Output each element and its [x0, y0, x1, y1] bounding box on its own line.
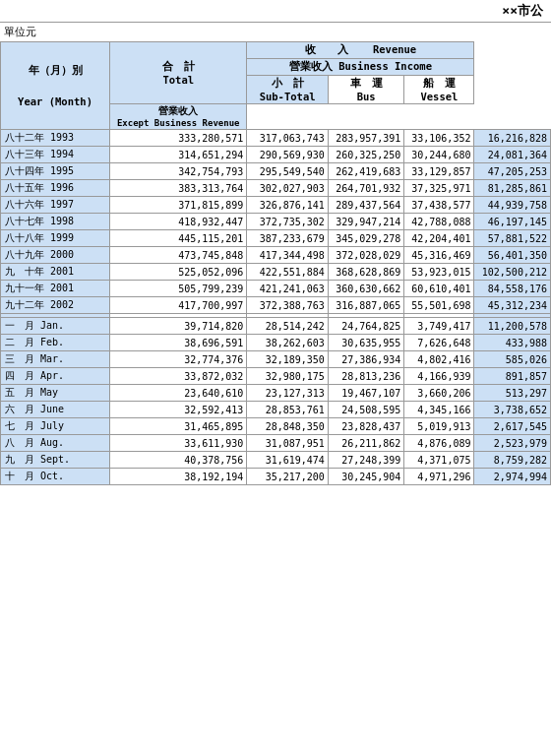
data-cell: 40,378,756 [110, 452, 247, 469]
data-cell: 53,923,015 [404, 264, 474, 281]
year-cell: 八 月 Aug. [1, 435, 110, 452]
data-cell: 302,027,903 [247, 180, 329, 197]
data-cell: 44,939,758 [474, 197, 551, 214]
data-cell: 32,980,175 [247, 368, 329, 385]
data-cell: 4,802,416 [404, 351, 474, 368]
table-row: 八十六年 1997371,815,899326,876,141289,437,5… [1, 197, 551, 214]
data-cell: 8,759,282 [474, 452, 551, 469]
data-cell: 260,325,250 [328, 147, 403, 163]
data-cell: 295,549,540 [247, 163, 329, 180]
data-cell: 19,467,107 [328, 385, 403, 402]
year-cell: 八十七年 1998 [1, 214, 110, 230]
header-bar: ××市公 [0, 0, 551, 23]
data-cell: 23,828,437 [328, 418, 403, 435]
data-cell: 33,611,930 [110, 435, 247, 452]
revenue-header: 收 入 Revenue [247, 42, 474, 59]
data-cell: 262,419,683 [328, 163, 403, 180]
data-cell: 33,129,857 [404, 163, 474, 180]
data-cell: 387,233,679 [247, 230, 329, 247]
table-row: 三 月 Mar.32,774,37632,189,35027,386,9344,… [1, 351, 551, 368]
data-cell: 42,204,401 [404, 230, 474, 247]
data-cell: 45,312,234 [474, 297, 551, 314]
data-cell: 46,197,145 [474, 214, 551, 230]
total-header: 合 計 Total [110, 42, 247, 104]
data-cell: 31,087,951 [247, 435, 329, 452]
table-row: 八十二年 1993333,280,571317,063,743283,957,3… [1, 130, 551, 147]
data-cell: 290,569,930 [247, 147, 329, 163]
data-cell: 329,947,214 [328, 214, 403, 230]
data-cell: 264,701,932 [328, 180, 403, 197]
table-row: 十 月 Oct.38,192,19435,217,20030,245,9044,… [1, 469, 551, 485]
data-cell: 4,345,166 [404, 402, 474, 418]
data-cell: 39,714,820 [110, 318, 247, 335]
company-title: ××市公 [502, 3, 543, 18]
data-cell: 326,876,141 [247, 197, 329, 214]
data-cell: 102,500,212 [474, 264, 551, 281]
data-cell: 31,465,895 [110, 418, 247, 435]
data-cell: 56,401,350 [474, 247, 551, 264]
table-row: 九 十年 2001525,052,096422,551,884368,628,8… [1, 264, 551, 281]
data-cell: 33,106,352 [404, 130, 474, 147]
data-cell: 3,749,417 [404, 318, 474, 335]
data-cell: 30,245,904 [328, 469, 403, 485]
data-cell: 23,127,313 [247, 385, 329, 402]
table-row: 八十四年 1995342,754,793295,549,540262,419,6… [1, 163, 551, 180]
year-cell: 十 月 Oct. [1, 469, 110, 485]
data-cell: 372,388,763 [247, 297, 329, 314]
year-cell: 三 月 Mar. [1, 351, 110, 368]
except-header: 營業收入 Except Business Revenue [110, 104, 247, 130]
year-cell: 一 月 Jan. [1, 318, 110, 335]
data-cell: 2,617,545 [474, 418, 551, 435]
data-cell: 35,217,200 [247, 469, 329, 485]
data-cell: 4,876,089 [404, 435, 474, 452]
data-cell: 316,887,065 [328, 297, 403, 314]
data-cell: 37,438,577 [404, 197, 474, 214]
table-row: 一 月 Jan.39,714,82028,514,24224,764,8253,… [1, 318, 551, 335]
data-cell: 24,081,364 [474, 147, 551, 163]
data-cell: 418,932,447 [110, 214, 247, 230]
table-row: 九 月 Sept.40,378,75631,619,47427,248,3994… [1, 452, 551, 469]
data-cell: 24,764,825 [328, 318, 403, 335]
vessel-header: 船 運 Vessel [404, 76, 474, 104]
table-row: 九十一年 2001505,799,239421,241,063360,630,6… [1, 281, 551, 297]
year-cell: 八十五年 1996 [1, 180, 110, 197]
data-cell: 360,630,662 [328, 281, 403, 297]
year-cell: 八十四年 1995 [1, 163, 110, 180]
data-cell: 433,988 [474, 335, 551, 351]
data-cell: 47,205,253 [474, 163, 551, 180]
data-cell: 4,166,939 [404, 368, 474, 385]
year-cell: 八十八年 1999 [1, 230, 110, 247]
data-cell: 55,501,698 [404, 297, 474, 314]
data-cell: 60,610,401 [404, 281, 474, 297]
data-cell: 24,508,595 [328, 402, 403, 418]
business-income-header: 營業收入 Business Income [247, 59, 474, 76]
data-cell: 32,774,376 [110, 351, 247, 368]
data-cell: 371,815,899 [110, 197, 247, 214]
bus-header: 車 運 Bus [328, 76, 403, 104]
year-cell: 九 月 Sept. [1, 452, 110, 469]
data-cell: 32,189,350 [247, 351, 329, 368]
data-cell: 84,558,176 [474, 281, 551, 297]
data-cell: 3,738,652 [474, 402, 551, 418]
data-cell: 422,551,884 [247, 264, 329, 281]
data-cell: 891,857 [474, 368, 551, 385]
year-cell: 八十九年 2000 [1, 247, 110, 264]
data-cell: 3,660,206 [404, 385, 474, 402]
data-cell: 30,635,955 [328, 335, 403, 351]
year-cell: 九十二年 2002 [1, 297, 110, 314]
data-cell: 372,735,302 [247, 214, 329, 230]
data-cell: 28,514,242 [247, 318, 329, 335]
data-cell: 345,029,278 [328, 230, 403, 247]
data-cell: 11,200,578 [474, 318, 551, 335]
data-cell: 28,853,761 [247, 402, 329, 418]
data-cell: 473,745,848 [110, 247, 247, 264]
table-row: 九十二年 2002417,700,997372,388,763316,887,0… [1, 297, 551, 314]
data-cell: 314,651,294 [110, 147, 247, 163]
table-row: 二 月 Feb.38,696,59138,262,60330,635,9557,… [1, 335, 551, 351]
table-row: 八十八年 1999445,115,201387,233,679345,029,2… [1, 230, 551, 247]
data-cell: 289,437,564 [328, 197, 403, 214]
data-cell: 42,788,088 [404, 214, 474, 230]
subtotal-header: 小 計 Sub-Total [247, 76, 329, 104]
table-row: 八十五年 1996383,313,764302,027,903264,701,9… [1, 180, 551, 197]
table-row: 八十三年 1994314,651,294290,569,930260,325,2… [1, 147, 551, 163]
